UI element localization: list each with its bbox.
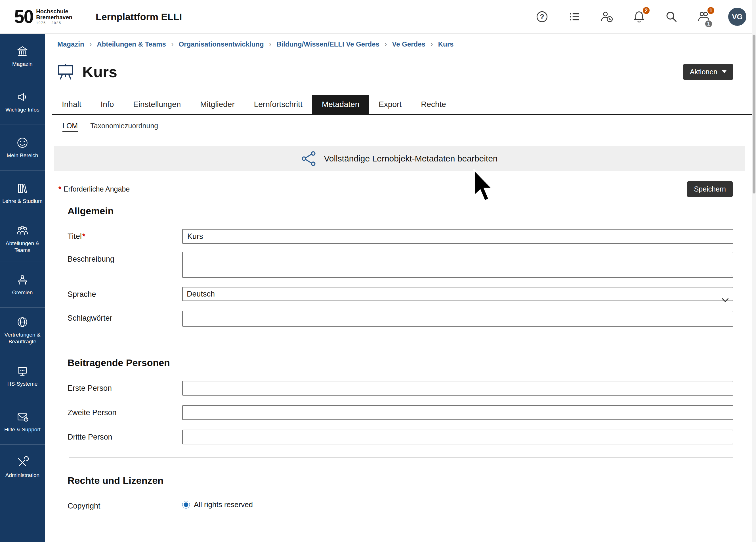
section-title-beitragende: Beitragende Personen: [68, 357, 752, 368]
tab-inhalt[interactable]: Inhalt: [52, 95, 91, 114]
help-button[interactable]: ?: [534, 9, 550, 25]
erste-person-label: Erste Person: [68, 381, 182, 393]
breadcrumb-link-abteilungen[interactable]: Abteilungen & Teams: [97, 40, 166, 48]
sidebar-item-magazin[interactable]: Magazin: [0, 33, 45, 79]
sidebar-item-hilfe-support[interactable]: ? Hilfe & Support: [0, 399, 45, 445]
search-button[interactable]: [663, 9, 679, 25]
edit-full-metadata-banner[interactable]: Vollständige Lernobjekt-Metadaten bearbe…: [54, 146, 745, 171]
copyright-field-row: Copyright All rights reserved: [68, 499, 733, 511]
user-clock-icon: [600, 10, 613, 23]
committee-icon: [16, 274, 29, 286]
section-title-allgemein: Allgemein: [68, 205, 752, 217]
tab-metadaten[interactable]: Metadaten: [312, 95, 369, 114]
mail-icon: ?: [16, 411, 29, 423]
tab-rechte[interactable]: Rechte: [411, 95, 456, 114]
section-divider: [69, 457, 733, 458]
university-logo[interactable]: 50 Hochschule Bremerhaven 1975 – 2025: [14, 6, 72, 27]
metadata-tree-icon: [301, 150, 317, 167]
breadcrumb-link-ve-gerdes[interactable]: Ve Gerdes: [392, 40, 425, 48]
copyright-label: Copyright: [68, 499, 182, 511]
titel-input[interactable]: [182, 229, 733, 244]
edit-full-metadata-label: Vollständige Lernobjekt-Metadaten bearbe…: [324, 154, 497, 163]
sidebar-item-mein-bereich[interactable]: Lehre & Studium Mein Bereich: [0, 125, 45, 171]
beschreibung-label: Beschreibung: [68, 252, 182, 264]
sidebar-item-hs-systeme[interactable]: HS-Systeme: [0, 353, 45, 399]
app-title: Lernplattform ELLI: [96, 11, 182, 22]
breadcrumb-separator: ›: [171, 40, 174, 49]
beschreibung-textarea[interactable]: [182, 252, 733, 278]
zweite-person-input[interactable]: [182, 405, 733, 420]
course-board-icon: [56, 63, 75, 81]
breadcrumb: Magazin › Abteilungen & Teams › Organisa…: [57, 40, 752, 49]
sidebar-item-lehre-studium[interactable]: Lehre & Studium: [0, 171, 45, 216]
help-icon: ?: [535, 10, 549, 23]
copyright-radio-label[interactable]: All rights reserved: [194, 500, 253, 509]
subtab-taxonomiezuordnung[interactable]: Taxonomiezuordnung: [90, 122, 158, 132]
tools-icon: [16, 456, 29, 469]
breadcrumb-separator: ›: [385, 40, 387, 49]
sidebar-item-vertretungen[interactable]: Vertretungen & Beauftragte: [0, 308, 45, 353]
form-action-row: *Erforderliche Angabe Speichern: [58, 181, 733, 197]
breadcrumb-link-magazin[interactable]: Magazin: [57, 40, 84, 48]
people-icon: [16, 224, 29, 237]
breadcrumb-separator: ›: [431, 40, 433, 49]
zweite-person-field-row: Zweite Person: [68, 405, 733, 420]
contacts-button[interactable]: 1 1: [696, 9, 712, 25]
erste-person-input[interactable]: [182, 381, 733, 396]
tab-einstellungen[interactable]: Einstellungen: [123, 95, 190, 114]
subtab-lom[interactable]: LOM: [62, 122, 78, 132]
sidebar-item-administration[interactable]: Administration: [0, 445, 45, 490]
schlagwoerter-input[interactable]: [182, 311, 733, 327]
dritte-person-field-row: Dritte Person: [68, 430, 733, 444]
dritte-person-input[interactable]: [182, 430, 733, 444]
titel-label: Titel*: [68, 229, 182, 241]
save-button[interactable]: Speichern: [687, 181, 733, 197]
sprache-field-row: Sprache Deutsch: [68, 287, 733, 301]
section-title-rechte-lizenzen: Rechte und Lizenzen: [68, 475, 752, 486]
sidebar: Magazin Wichtige Infos Lehre & Studium M…: [0, 33, 45, 542]
logo-50: 50: [14, 6, 33, 27]
scrollbar[interactable]: [752, 0, 756, 542]
tab-lernfortschritt[interactable]: Lernfortschritt: [244, 95, 312, 114]
erste-person-field-row: Erste Person: [68, 381, 733, 396]
contacts-badge-bottom: 1: [704, 20, 713, 28]
list-icon: [568, 10, 581, 23]
schlagwoerter-field-row: Schlagwörter: [68, 311, 733, 327]
header-actions: ? 2: [534, 8, 746, 26]
actions-button[interactable]: Aktionen: [683, 64, 733, 80]
list-button[interactable]: [566, 9, 582, 25]
monitor-icon: [16, 365, 29, 377]
main-content: Magazin › Abteilungen & Teams › Organisa…: [45, 33, 752, 542]
sidebar-item-abteilungen-teams[interactable]: Abteilungen & Teams: [0, 216, 45, 262]
breadcrumb-link-organisationsentwicklung[interactable]: Organisationsentwicklung: [179, 40, 264, 48]
page-title: Kurs: [82, 63, 117, 81]
sidebar-item-gremien[interactable]: Gremien: [0, 262, 45, 308]
user-clock-button[interactable]: [599, 9, 615, 25]
chevron-down-icon: [722, 70, 726, 73]
scrollbar-thumb[interactable]: [753, 35, 755, 194]
tab-bar: Inhalt Info Einstellungen Mitglieder Ler…: [52, 95, 752, 115]
title-row: Kurs Aktionen: [56, 63, 733, 81]
tab-export[interactable]: Export: [369, 95, 411, 114]
sidebar-item-wichtige-infos[interactable]: Wichtige Infos: [0, 79, 45, 125]
notifications-button[interactable]: 2: [631, 9, 647, 25]
section-divider: [69, 340, 733, 340]
smiley-icon: [16, 136, 29, 149]
books-icon: [16, 182, 29, 195]
breadcrumb-link-bildung-wissen[interactable]: Bildung/Wissen/ELLI Ve Gerdes: [276, 40, 379, 48]
megaphone-icon: [16, 91, 29, 103]
svg-text:?: ?: [25, 418, 27, 421]
beschreibung-field-row: Beschreibung: [68, 252, 733, 279]
sprache-select[interactable]: Deutsch: [182, 287, 733, 301]
breadcrumb-separator: ›: [89, 40, 92, 49]
breadcrumb-link-kurs[interactable]: Kurs: [438, 40, 454, 48]
tab-info[interactable]: Info: [91, 95, 124, 114]
logo-text: Hochschule Bremerhaven 1975 – 2025: [36, 9, 72, 25]
avatar[interactable]: VG: [728, 8, 746, 26]
breadcrumb-separator: ›: [269, 40, 272, 49]
copyright-radio-all-rights-reserved[interactable]: [182, 501, 190, 509]
titel-field-row: Titel*: [68, 229, 733, 244]
globe-icon: [16, 316, 29, 328]
tab-mitglieder[interactable]: Mitglieder: [190, 95, 244, 114]
subtab-bar: LOM Taxonomiezuordnung: [62, 122, 752, 132]
